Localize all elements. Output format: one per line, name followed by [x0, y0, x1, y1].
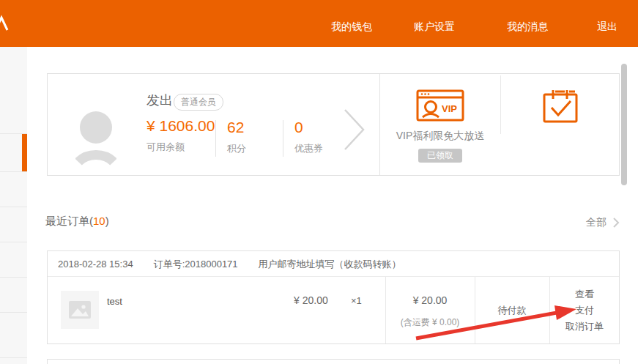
page: 我的钱包 账户设置 我的消息 退出 发出 普通会员 ¥ 1606.00 可用余额… — [0, 0, 638, 364]
coupons-label: 优惠券 — [294, 142, 323, 155]
calendar-check-icon — [542, 88, 579, 124]
order-shipping-note: (含运费 ¥ 0.00) — [385, 316, 475, 329]
product-name[interactable]: test — [107, 296, 122, 307]
user-summary-card: 发出 普通会员 ¥ 1606.00 可用余额 62 积分 0 优惠券 — [47, 73, 620, 176]
site-logo-fragment-icon — [0, 15, 11, 32]
order-card-partial — [47, 359, 620, 364]
username: 发出 — [146, 92, 173, 109]
coupons-value: 0 — [294, 118, 323, 137]
sidebar-item[interactable] — [0, 278, 27, 313]
chevron-right-icon[interactable] — [343, 108, 366, 152]
product-thumbnail[interactable] — [61, 291, 99, 329]
recent-orders-prefix: 最近订单( — [45, 215, 93, 227]
sidebar — [0, 47, 27, 364]
balance-stat[interactable]: ¥ 1606.00 可用余额 — [146, 116, 217, 154]
order-pay-link[interactable]: 支付 — [575, 305, 594, 316]
view-all-orders-link[interactable]: 全部 — [586, 216, 607, 229]
order-body: test ¥ 20.00 ×1 ¥ 20.00 (含运费 ¥ 0.00) 待付款… — [48, 277, 619, 343]
order-card: 2018-02-28 15:34订单号:2018000171用户邮寄地址填写（收… — [47, 250, 620, 344]
product-unit-price: ¥ 20.00 — [294, 294, 328, 306]
sidebar-item[interactable] — [0, 358, 27, 364]
coupons-stat[interactable]: 0 优惠券 — [294, 118, 323, 155]
order-time: 2018-02-28 15:34 — [58, 259, 133, 270]
order-total-price: ¥ 20.00 — [385, 294, 475, 306]
balance-label: 可用余额 — [146, 141, 217, 154]
avatar[interactable] — [75, 110, 116, 173]
balance-value: ¥ 1606.00 — [146, 116, 217, 135]
sidebar-active-indicator — [22, 134, 27, 171]
order-note: 用户邮寄地址填写（收款码转账） — [259, 259, 401, 270]
chevron-right-icon — [612, 217, 620, 229]
divider — [215, 120, 216, 157]
sidebar-item[interactable] — [0, 313, 27, 358]
vip-promo-title: VIP福利限免大放送 — [380, 130, 500, 143]
order-status: 待付款 — [475, 277, 549, 343]
order-view-link[interactable]: 查看 — [575, 289, 594, 300]
order-header: 2018-02-28 15:34订单号:2018000171用户邮寄地址填写（收… — [48, 251, 619, 277]
recent-orders-count: 10 — [93, 215, 105, 227]
nav-account-settings[interactable]: 账户设置 — [414, 21, 455, 33]
sign-in-block[interactable] — [501, 74, 620, 175]
order-number: 订单号:2018000171 — [154, 259, 238, 270]
points-label: 积分 — [227, 142, 246, 155]
divider — [283, 120, 283, 157]
vip-icon-label: VIP — [442, 103, 457, 114]
sidebar-item[interactable] — [0, 242, 27, 278]
sidebar-item[interactable] — [0, 207, 27, 242]
nav-my-messages[interactable]: 我的消息 — [507, 21, 548, 33]
sidebar-item[interactable] — [0, 172, 27, 207]
top-nav-bar: 我的钱包 账户设置 我的消息 退出 — [0, 0, 638, 47]
order-total-cell: ¥ 20.00 (含运费 ¥ 0.00) — [385, 294, 475, 329]
recent-orders-title: 最近订单(10) — [45, 215, 109, 229]
nav-logout[interactable]: 退出 — [597, 21, 617, 33]
order-cancel-link[interactable]: 取消订单 — [565, 321, 604, 332]
sidebar-item[interactable] — [0, 47, 27, 134]
vip-promo-block[interactable]: VIP VIP福利限免大放送 已领取 — [380, 74, 500, 175]
scrollbar-thumb[interactable] — [621, 64, 627, 185]
vip-browser-icon: VIP — [416, 89, 464, 122]
image-placeholder-icon — [69, 301, 91, 319]
sidebar-item-active[interactable] — [0, 134, 27, 172]
product-quantity: ×1 — [351, 295, 362, 306]
recent-orders-suffix: ) — [105, 215, 109, 227]
member-level-badge: 普通会员 — [174, 94, 223, 111]
points-value: 62 — [227, 118, 246, 137]
points-stat[interactable]: 62 积分 — [227, 118, 246, 155]
nav-my-wallet[interactable]: 我的钱包 — [331, 21, 372, 33]
vip-claimed-button[interactable]: 已领取 — [418, 149, 462, 163]
order-actions: 查看 支付 取消订单 — [549, 277, 620, 343]
